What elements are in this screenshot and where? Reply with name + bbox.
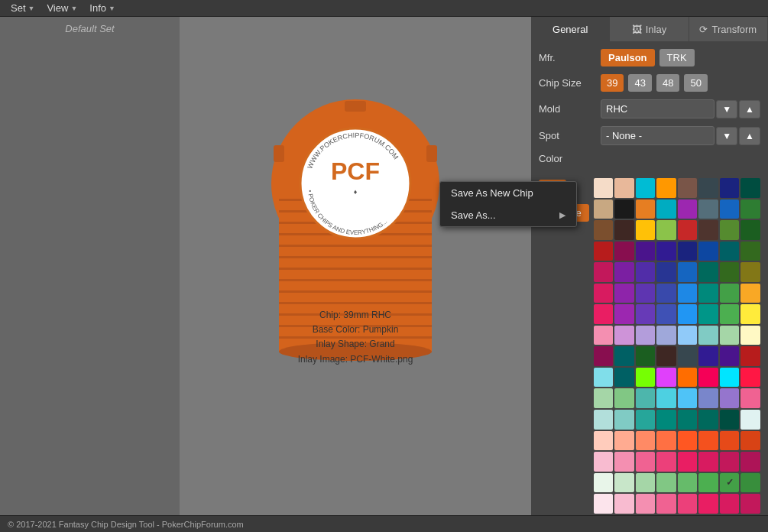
color-swatch-9[interactable]	[614, 200, 634, 219]
color-swatch-125[interactable]	[698, 494, 718, 514]
color-swatch-27[interactable]	[656, 242, 676, 261]
color-swatch-44[interactable]	[678, 284, 698, 303]
color-swatch-83[interactable]	[656, 388, 676, 408]
color-swatch-69[interactable]	[698, 346, 718, 366]
trk-button[interactable]: TRK	[659, 49, 695, 66]
color-swatch-3[interactable]	[656, 178, 676, 198]
color-swatch-82[interactable]	[636, 388, 656, 408]
color-swatch-85[interactable]	[698, 388, 718, 408]
color-swatch-25[interactable]	[614, 242, 634, 261]
color-swatch-45[interactable]	[698, 284, 718, 303]
chip-size-50[interactable]: 50	[684, 74, 707, 92]
color-swatch-57[interactable]	[614, 326, 634, 345]
color-swatch-114[interactable]	[636, 473, 656, 493]
color-swatch-66[interactable]	[636, 346, 656, 366]
menu-info[interactable]: Info ▼	[85, 1, 120, 15]
color-swatch-52[interactable]	[678, 304, 698, 324]
color-swatch-17[interactable]	[614, 220, 634, 240]
color-swatch-49[interactable]	[614, 304, 634, 324]
color-swatch-124[interactable]	[678, 494, 698, 514]
paulson-button[interactable]: Paulson	[601, 49, 655, 66]
color-swatch-23[interactable]	[740, 220, 760, 240]
color-swatch-41[interactable]	[614, 284, 634, 303]
color-swatch-115[interactable]	[656, 473, 676, 493]
color-swatch-67[interactable]	[656, 346, 676, 366]
color-swatch-96[interactable]	[594, 431, 614, 451]
color-swatch-68[interactable]	[678, 346, 698, 366]
color-swatch-15[interactable]	[740, 200, 760, 219]
color-swatch-105[interactable]	[614, 452, 634, 472]
color-swatch-24[interactable]	[594, 242, 614, 261]
mold-select[interactable]: RHC	[601, 99, 715, 118]
color-swatch-72[interactable]	[594, 368, 614, 388]
color-swatch-38[interactable]	[720, 262, 740, 282]
color-swatch-36[interactable]	[678, 262, 698, 282]
color-swatch-34[interactable]	[636, 262, 656, 282]
color-swatch-107[interactable]	[656, 452, 676, 472]
color-swatch-0[interactable]	[594, 178, 614, 198]
color-swatch-98[interactable]	[636, 431, 656, 451]
color-swatch-86[interactable]	[720, 388, 740, 408]
color-swatch-29[interactable]	[698, 242, 718, 261]
color-swatch-71[interactable]	[740, 346, 760, 366]
color-swatch-65[interactable]	[614, 346, 634, 366]
color-swatch-120[interactable]	[594, 494, 614, 514]
color-swatch-123[interactable]	[656, 494, 676, 514]
spot-up-btn[interactable]: ▲	[739, 127, 760, 145]
color-swatch-100[interactable]	[678, 431, 698, 451]
color-swatch-59[interactable]	[656, 326, 676, 345]
menu-set[interactable]: Set ▼	[6, 1, 39, 15]
color-swatch-97[interactable]	[614, 431, 634, 451]
color-swatch-12[interactable]	[678, 200, 698, 219]
color-swatch-126[interactable]	[720, 494, 740, 514]
color-swatch-60[interactable]	[678, 326, 698, 345]
chip-size-48[interactable]: 48	[656, 74, 679, 92]
color-swatch-21[interactable]	[698, 220, 718, 240]
color-swatch-53[interactable]	[698, 304, 718, 324]
color-swatch-58[interactable]	[636, 326, 656, 345]
color-swatch-70[interactable]	[720, 346, 740, 366]
color-swatch-4[interactable]	[678, 178, 698, 198]
color-swatch-56[interactable]	[594, 326, 614, 345]
color-swatch-20[interactable]	[678, 220, 698, 240]
mold-up-btn[interactable]: ▲	[739, 100, 760, 118]
color-swatch-119[interactable]	[740, 473, 760, 493]
color-swatch-108[interactable]	[678, 452, 698, 472]
color-swatch-47[interactable]	[740, 284, 760, 303]
color-swatch-37[interactable]	[698, 262, 718, 282]
color-swatch-76[interactable]	[678, 368, 698, 388]
color-swatch-122[interactable]	[636, 494, 656, 514]
color-swatch-5[interactable]	[698, 178, 718, 198]
tab-inlay[interactable]: 🖼 Inlay	[610, 17, 689, 41]
color-swatch-35[interactable]	[656, 262, 676, 282]
color-swatch-118[interactable]	[720, 473, 740, 493]
color-swatch-112[interactable]	[594, 473, 614, 493]
color-swatch-73[interactable]	[614, 368, 634, 388]
color-swatch-30[interactable]	[720, 242, 740, 261]
chip-size-43[interactable]: 43	[628, 74, 651, 92]
color-swatch-91[interactable]	[656, 410, 676, 430]
color-swatch-51[interactable]	[656, 304, 676, 324]
color-swatch-78[interactable]	[720, 368, 740, 388]
color-swatch-39[interactable]	[740, 262, 760, 282]
color-swatch-2[interactable]	[636, 178, 656, 198]
mold-dropdown-btn[interactable]: ▼	[716, 100, 737, 118]
color-swatch-28[interactable]	[678, 242, 698, 261]
color-swatch-95[interactable]	[740, 410, 760, 430]
color-swatch-40[interactable]	[594, 284, 614, 303]
color-swatch-104[interactable]	[594, 452, 614, 472]
color-swatch-18[interactable]	[636, 220, 656, 240]
color-swatch-64[interactable]	[594, 346, 614, 366]
color-swatch-26[interactable]	[636, 242, 656, 261]
color-swatch-94[interactable]	[720, 410, 740, 430]
color-swatch-113[interactable]	[614, 473, 634, 493]
color-swatch-84[interactable]	[678, 388, 698, 408]
color-swatch-8[interactable]	[594, 200, 614, 219]
color-swatch-74[interactable]	[636, 368, 656, 388]
color-swatch-42[interactable]	[636, 284, 656, 303]
context-save-as-new-chip[interactable]: Save As New Chip	[440, 182, 576, 204]
tab-general[interactable]: General	[531, 17, 610, 41]
color-swatch-7[interactable]	[740, 178, 760, 198]
color-swatch-81[interactable]	[614, 388, 634, 408]
color-swatch-14[interactable]	[720, 200, 740, 219]
